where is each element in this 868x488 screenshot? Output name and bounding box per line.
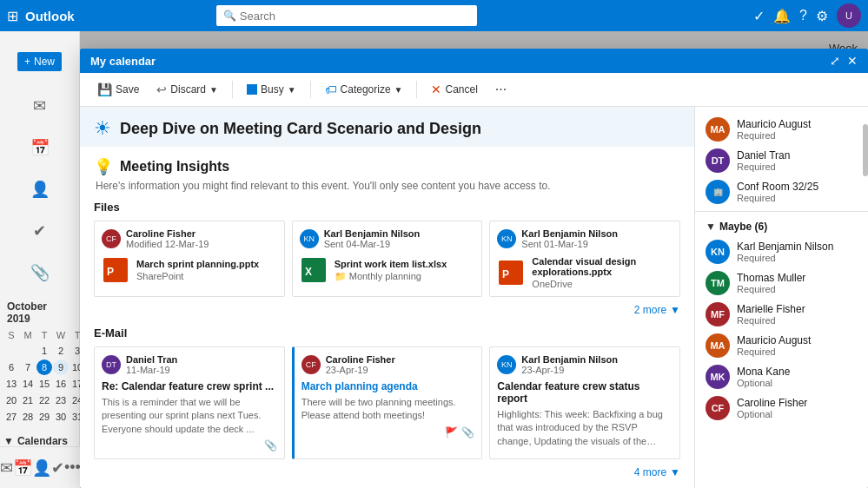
cal-date[interactable]: 7: [20, 359, 36, 375]
email-card-header-1: DT Daniel Tran 11-Mar-19: [102, 354, 277, 375]
cancel-button[interactable]: ✕ Cancel: [424, 79, 484, 100]
modal-right: MA Mauricio August Required DT Daniel Tr…: [694, 107, 868, 488]
cal-date-selected[interactable]: 9: [53, 359, 69, 375]
cal-date[interactable]: 28: [20, 409, 36, 425]
file-user-info-3: Karl Benjamin Nilson Sent 01-Mar-19: [521, 228, 618, 249]
email-card-1[interactable]: DT Daniel Tran 11-Mar-19 Re: Calendar fe…: [94, 346, 285, 459]
files-more-link[interactable]: 2 more ▼: [94, 302, 680, 318]
files-label: Files: [94, 201, 680, 214]
new-button[interactable]: + New: [17, 52, 62, 71]
maybe-header[interactable]: ▼ Maybe (6): [695, 215, 868, 236]
attendee-name-mona: Mona Kane: [737, 366, 790, 378]
user-avatar[interactable]: U: [837, 3, 861, 28]
insights-icon: 💡: [94, 157, 113, 176]
email-date-2: 23-Apr-19: [326, 365, 395, 375]
toolbar: 💾 Save ↩ Discard ▼ Busy ▼ 🏷 Categorize ▼: [80, 73, 868, 107]
main-area: Week My calendar ⤢ ✕ 💾 Save ↩ Discard ▼: [80, 31, 868, 488]
attendee-status-confroom: Required: [737, 193, 818, 203]
cal-date[interactable]: [3, 343, 19, 359]
modal-title: My calendar: [90, 55, 156, 68]
ppt-icon-1: P: [102, 256, 129, 284]
email-avatar-3: KN: [497, 355, 516, 374]
more-options-button[interactable]: ···: [488, 78, 514, 101]
email-user-info-2: Caroline Fisher 23-Apr-19: [326, 354, 395, 375]
attendee-status-karl: Required: [737, 253, 833, 263]
categorize-button[interactable]: 🏷 Categorize ▼: [318, 79, 410, 100]
mini-calendar: October 2019 S M T W T F S 1 2 3 4 5 6 7…: [0, 297, 79, 428]
cal-date[interactable]: 1: [36, 343, 52, 359]
file-name-2: Sprint work item list.xlsx: [335, 259, 447, 269]
cal-date[interactable]: 15: [36, 376, 52, 392]
file-user-avatar-3: KN: [497, 229, 516, 248]
attendee-avatar-daniel: DT: [706, 148, 730, 173]
cal-date[interactable]: 30: [53, 409, 69, 425]
file-name-3: Calendar visual design explorations.pptx: [532, 256, 673, 277]
svg-text:P: P: [502, 268, 509, 280]
emails-more-link[interactable]: 4 more ▼: [94, 465, 680, 480]
apps-icon[interactable]: ⊞: [7, 8, 18, 24]
modal-expand-button[interactable]: ⤢: [830, 54, 840, 68]
cal-date[interactable]: 23: [53, 392, 69, 408]
email-subject-1: Re: Calendar feature crew sprint ...: [102, 380, 277, 392]
email-card-header-3: KN Karl Benjamin Nilson 23-Apr-19: [497, 354, 673, 375]
bottom-cal-icon[interactable]: 📅: [13, 458, 32, 478]
discard-button[interactable]: ↩ Discard ▼: [149, 79, 225, 100]
right-scrollbar[interactable]: [863, 124, 868, 176]
attendee-status-mona: Optional: [737, 378, 790, 388]
modal-close-button[interactable]: ✕: [847, 54, 858, 68]
toolbar-separator: [232, 81, 233, 98]
search-input[interactable]: [240, 10, 470, 23]
help-icon[interactable]: ?: [799, 8, 807, 23]
file-card-1[interactable]: CF Caroline Fisher Modified 12-Mar-19 P: [94, 221, 285, 297]
email-user-info-3: Karl Benjamin Nilson 23-Apr-19: [521, 354, 618, 375]
search-box[interactable]: 🔍: [216, 5, 477, 26]
checkmark-icon[interactable]: ✓: [753, 8, 765, 24]
save-button[interactable]: 💾 Save: [90, 79, 146, 100]
cal-date[interactable]: 20: [3, 392, 19, 408]
cal-date[interactable]: 22: [36, 392, 52, 408]
file-date-3: Sent 01-Mar-19: [521, 239, 618, 249]
cal-date-today[interactable]: 8: [36, 359, 52, 375]
excel-icon-2: X: [300, 256, 328, 284]
file-source-2: 📁 Monthly planning: [335, 271, 447, 282]
email-preview-2: There will be two planning meetings. Ple…: [301, 396, 475, 423]
attendee-mauricio2: MA Mauricio August Required: [695, 330, 868, 361]
busy-chevron-icon: ▼: [288, 85, 296, 95]
event-modal: My calendar ⤢ ✕ 💾 Save ↩ Discard ▼ Busy …: [80, 49, 868, 488]
cal-date[interactable]: 29: [36, 409, 52, 425]
file-info-3: P Calendar visual design explorations.pp…: [497, 256, 673, 289]
nav-tasks-icon[interactable]: ✔: [23, 214, 57, 248]
sidebar: + New ✉ 📅 👤 ✔ 📎 October 2019 S M T W T F…: [0, 31, 80, 488]
nav-notes-icon[interactable]: 📎: [23, 255, 57, 290]
file-card-3[interactable]: KN Karl Benjamin Nilson Sent 01-Mar-19 P: [489, 221, 680, 297]
attendee-status-marielle: Required: [737, 315, 805, 326]
cal-date[interactable]: 16: [53, 376, 69, 392]
attendee-name-mauricio2: Mauricio August: [737, 334, 811, 346]
nav-people-icon[interactable]: 👤: [23, 172, 57, 207]
attendee-avatar-marielle: MF: [706, 302, 730, 326]
cal-date[interactable]: 27: [3, 409, 19, 425]
settings-icon[interactable]: ⚙: [816, 8, 828, 24]
cal-date[interactable]: 21: [20, 392, 36, 408]
bottom-more-icon[interactable]: •••: [64, 458, 81, 477]
busy-button[interactable]: Busy ▼: [240, 80, 303, 99]
cal-date[interactable]: 13: [3, 376, 19, 392]
attendee-status-caroline: Optional: [737, 409, 807, 419]
bell-icon[interactable]: 🔔: [773, 8, 791, 24]
attendee-mauricio: MA Mauricio August Required: [695, 114, 868, 145]
cal-date[interactable]: 6: [3, 359, 19, 375]
bottom-mail-icon[interactable]: ✉: [0, 458, 13, 478]
cal-date[interactable]: 2: [53, 343, 69, 359]
email-card-3[interactable]: KN Karl Benjamin Nilson 23-Apr-19 Calend…: [489, 346, 680, 459]
cal-date[interactable]: 14: [20, 376, 36, 392]
files-grid: CF Caroline Fisher Modified 12-Mar-19 P: [94, 221, 680, 297]
email-card-2[interactable]: CF Caroline Fisher 23-Apr-19 March plann…: [292, 346, 483, 459]
file-card-2[interactable]: KN Karl Benjamin Nilson Sent 04-Mar-19 X: [292, 221, 483, 297]
bottom-tasks-icon[interactable]: ✔: [51, 458, 64, 478]
nav-mail-icon[interactable]: ✉: [23, 89, 57, 123]
cal-date[interactable]: [20, 343, 36, 359]
nav-calendar-icon[interactable]: 📅: [23, 130, 57, 165]
top-icons: ✓ 🔔 ? ⚙ U: [753, 3, 861, 28]
email-date-1: 11-Mar-19: [126, 365, 177, 375]
bottom-people-icon[interactable]: 👤: [32, 458, 51, 478]
